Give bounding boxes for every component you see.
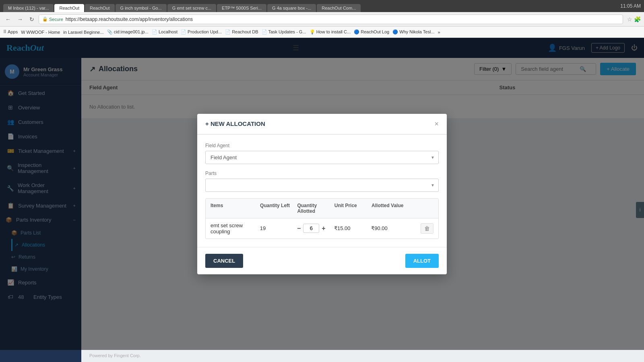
- reachout-db-bookmark[interactable]: 📄 Reachout DB: [225, 29, 258, 35]
- field-agent-select[interactable]: Field Agent: [205, 151, 439, 164]
- reachout-log-bookmark[interactable]: 🔵 ReachOut Log: [354, 29, 389, 35]
- url-text: https://betaapp.reachoutsuite.com/app/in…: [66, 16, 193, 22]
- parts-group: Parts: [205, 171, 439, 192]
- bookmark-icon[interactable]: ☆: [627, 16, 632, 23]
- qty-control: − +: [297, 224, 334, 233]
- browser-tabs-bar: M Inbox (112) - var... ReachOut ReachOut…: [0, 0, 644, 12]
- secure-badge: 🔒 Secure: [42, 16, 63, 22]
- parts-table: Items Quantity Left Quantity Allotted Un…: [205, 198, 439, 239]
- laravel-bookmark[interactable]: in Laravel Beginne...: [63, 30, 103, 35]
- browser-tab-4a[interactable]: G 4a square box -...: [267, 4, 316, 12]
- parts-select[interactable]: [205, 179, 439, 192]
- parts-select-wrapper: [205, 179, 439, 192]
- modal-close-button[interactable]: ×: [434, 120, 439, 128]
- qty-input[interactable]: [303, 224, 319, 233]
- col-unit-price: Unit Price: [334, 203, 372, 214]
- field-agent-label: Field Agent: [205, 143, 439, 148]
- url-bar[interactable]: 🔒 Secure https://betaapp.reachoutsuite.c…: [39, 14, 623, 24]
- how-to-install-bookmark[interactable]: 💡 How to install C...: [310, 29, 351, 35]
- task-updates-bookmark[interactable]: 📄 Task Updates - G...: [262, 29, 306, 35]
- parts-table-header: Items Quantity Left Quantity Allotted Un…: [206, 199, 438, 218]
- production-bookmark[interactable]: 📄 Production Upd...: [181, 29, 222, 35]
- extensions-icon[interactable]: 🧩: [634, 16, 641, 23]
- parts-label: Parts: [205, 171, 439, 176]
- col-allotted-value: Allotted Value: [372, 203, 421, 214]
- powered-by: Powered by Fingent Corp.: [89, 353, 141, 358]
- modal-header: + NEW ALLOCATION ×: [197, 114, 447, 134]
- modal-overlay: + NEW ALLOCATION × Field Agent Field Age…: [0, 38, 644, 350]
- localhost-bookmark[interactable]: 📄 Localhost: [152, 29, 178, 35]
- qty-left-value: 19: [260, 225, 297, 231]
- browser-tab-reachout2[interactable]: ReachOut: [85, 4, 115, 12]
- col-actions: [421, 203, 433, 214]
- qty-decrease-button[interactable]: −: [297, 225, 301, 232]
- nikola-bookmark[interactable]: 🔵 Why Nikola Tesl...: [392, 29, 434, 35]
- browser-tab-etp[interactable]: ETP™ 5000S Seri...: [217, 4, 266, 12]
- forward-button[interactable]: →: [15, 15, 25, 23]
- delete-row-button[interactable]: 🗑: [421, 223, 433, 234]
- delete-cell: 🗑: [421, 223, 433, 234]
- allot-button[interactable]: ALLOT: [405, 254, 439, 268]
- cid-bookmark[interactable]: 📎 cid:image001.jp...: [107, 29, 149, 35]
- field-agent-select-wrapper: Field Agent: [205, 151, 439, 164]
- table-row: emt set screw coupling 19 − + ₹15.00 ₹90…: [206, 218, 438, 239]
- qty-increase-button[interactable]: +: [322, 225, 325, 232]
- modal-body: Field Agent Field Agent Parts: [197, 135, 447, 247]
- browser-tab-gmail[interactable]: M Inbox (112) - var...: [3, 4, 54, 12]
- modal-footer: CANCEL ALLOT: [197, 247, 447, 274]
- col-items: Items: [211, 203, 260, 214]
- field-agent-group: Field Agent Field Agent: [205, 143, 439, 164]
- back-button[interactable]: ←: [3, 15, 13, 23]
- new-allocation-modal: + NEW ALLOCATION × Field Agent Field Age…: [197, 114, 447, 274]
- browser-tab-reachout3[interactable]: ReachOut Com...: [317, 4, 361, 12]
- browser-tab-reachout-active[interactable]: ReachOut: [54, 4, 84, 12]
- modal-title: + NEW ALLOCATION: [205, 120, 265, 127]
- bookmarks-bar: ⠿ Apps W WWOOF - Home in Laravel Beginne…: [0, 27, 644, 38]
- browser-tab-inch[interactable]: G inch symbol - Go...: [116, 4, 167, 12]
- wwoof-bookmark[interactable]: W WWOOF - Home: [21, 30, 60, 35]
- col-qty-left: Quantity Left: [260, 203, 297, 214]
- allotted-value: ₹90.00: [371, 225, 421, 231]
- browser-tab-emt[interactable]: G emt set screw c...: [167, 4, 216, 12]
- unit-price-value: ₹15.00: [334, 225, 371, 231]
- refresh-button[interactable]: ↻: [27, 15, 36, 23]
- col-qty-allotted: Quantity Allotted: [297, 203, 334, 214]
- clock: 11:05 AM: [620, 3, 641, 9]
- apps-bookmark[interactable]: ⠿ Apps: [3, 29, 18, 35]
- browser-bar: ← → ↻ 🔒 Secure https://betaapp.reachouts…: [0, 12, 644, 27]
- more-bookmarks[interactable]: »: [438, 30, 440, 35]
- item-name: emt set screw coupling: [211, 222, 260, 234]
- cancel-button[interactable]: CANCEL: [205, 254, 243, 268]
